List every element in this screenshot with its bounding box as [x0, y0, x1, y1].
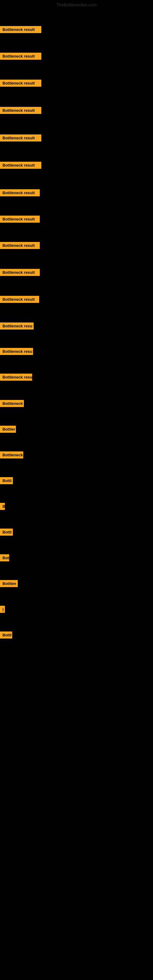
bar-item-4: Bottleneck result [0, 107, 41, 115]
bars-container: Bottleneck resultBottleneck resultBottle… [0, 9, 153, 980]
bar-item-13: Bottleneck resu [0, 348, 33, 356]
bar-item-11: Bottleneck result [0, 296, 39, 304]
bottleneck-bar-8: Bottleneck result [0, 216, 40, 223]
bottleneck-bar-10: Bottleneck result [0, 269, 40, 276]
bar-item-17: Bottleneck [0, 452, 23, 460]
bottleneck-bar-20: Bottl [0, 528, 13, 536]
bottleneck-bar-19: B [0, 503, 5, 510]
bottleneck-bar-15: Bottleneck [0, 400, 24, 407]
site-title: TheBottlenecker.com [0, 0, 153, 9]
bottleneck-bar-5: Bottleneck result [0, 134, 41, 142]
bar-item-12: Bottleneck resu [0, 323, 33, 331]
bar-item-19: B [0, 503, 5, 511]
bottleneck-bar-18: Bottl [0, 477, 13, 484]
bar-item-5: Bottleneck result [0, 134, 41, 143]
bar-item-21: Bot [0, 554, 9, 563]
bar-item-8: Bottleneck result [0, 216, 40, 224]
bar-item-1: Bottleneck result [0, 26, 41, 34]
bar-item-16: Bottler [0, 426, 16, 434]
bar-item-22: Bottlen [0, 580, 18, 588]
bottleneck-bar-9: Bottleneck result [0, 242, 40, 249]
bar-item-20: Bottl [0, 528, 13, 537]
bottleneck-bar-1: Bottleneck result [0, 26, 41, 33]
bottleneck-bar-14: Bottleneck resu [0, 374, 32, 381]
bar-item-7: Bottleneck result [0, 189, 40, 197]
bottleneck-bar-16: Bottler [0, 426, 16, 433]
bottleneck-bar-4: Bottleneck result [0, 107, 41, 114]
bottleneck-bar-17: Bottleneck [0, 452, 23, 458]
bottleneck-bar-11: Bottleneck result [0, 296, 39, 303]
bottleneck-bar-3: Bottleneck result [0, 80, 41, 87]
bar-item-10: Bottleneck result [0, 269, 40, 277]
bar-item-9: Bottleneck result [0, 242, 40, 250]
bar-item-23: | [0, 606, 5, 614]
bottleneck-bar-2: Bottleneck result [0, 52, 41, 60]
bar-item-24: Bottl [0, 632, 12, 640]
bottleneck-bar-13: Bottleneck resu [0, 348, 33, 355]
bottleneck-bar-23: | [0, 606, 5, 613]
bar-item-18: Bottl [0, 477, 13, 485]
bottleneck-bar-22: Bottlen [0, 580, 18, 587]
bar-item-2: Bottleneck result [0, 52, 41, 61]
bar-item-15: Bottleneck [0, 400, 24, 408]
bottleneck-bar-6: Bottleneck result [0, 162, 41, 169]
bar-item-14: Bottleneck resu [0, 374, 32, 382]
bar-item-6: Bottleneck result [0, 162, 41, 170]
bottleneck-bar-7: Bottleneck result [0, 189, 40, 196]
bar-item-3: Bottleneck result [0, 80, 41, 88]
bottleneck-bar-21: Bot [0, 554, 9, 562]
bottleneck-bar-12: Bottleneck resu [0, 323, 33, 329]
bottleneck-bar-24: Bottl [0, 632, 12, 638]
